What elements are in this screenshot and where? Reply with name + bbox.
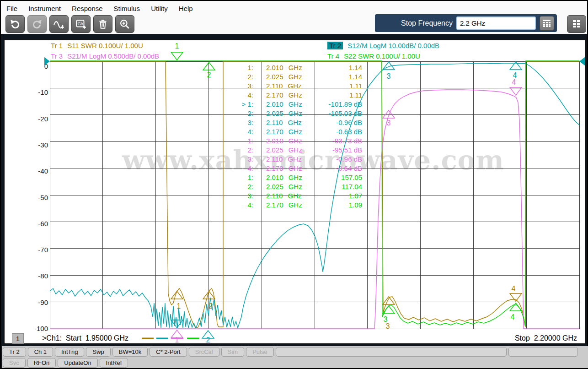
svg-text:Ch: Ch: [77, 21, 83, 26]
layout-grid-icon: [572, 19, 582, 29]
status-button-blank[interactable]: [508, 347, 578, 357]
add-channel-icon: Ch: [75, 18, 87, 30]
zoom-button[interactable]: [115, 15, 134, 33]
marker-number-label: 1: [177, 302, 181, 310]
toolbar: Ch Stop Frequency: [1, 14, 587, 33]
marker-triangle[interactable]: [203, 62, 215, 70]
status-button-c-2-port[interactable]: C* 2-Port: [150, 347, 187, 357]
marker-number-label: 1: [175, 336, 179, 343]
marker-triangle[interactable]: [171, 291, 183, 299]
reference-level-arrow: [44, 57, 50, 65]
marker-number-label: 4: [512, 285, 516, 293]
status-button-svc: Svc: [3, 358, 26, 368]
keypad-icon: [542, 19, 551, 28]
marker-number-label: 3: [387, 72, 391, 80]
status-button-updateon[interactable]: UpdateOn: [58, 358, 97, 368]
trace-plot[interactable]: 12341234234134: [5, 40, 585, 343]
marker-number-label: 2: [207, 71, 211, 79]
status-button-intref[interactable]: IntRef: [100, 358, 128, 368]
status-bar: Tr 2Ch 1IntTrigSwpBW=10kC* 2-PortSrcCalS…: [2, 346, 588, 368]
status-bar-row-2: SvcRFOnUpdateOnIntRef: [3, 358, 128, 368]
marker-number-label: 2: [206, 336, 210, 343]
menu-item-response[interactable]: Response: [72, 5, 103, 12]
marker-number-label: 2: [209, 302, 213, 310]
trace-curve-tr3-s21-logm: [50, 90, 579, 329]
channel-number-badge: 1: [12, 333, 24, 344]
trace-curve-tr1-s11-swr: [50, 62, 579, 328]
marker-number-label: 3: [386, 322, 390, 330]
status-button-blank[interactable]: [276, 347, 507, 357]
status-button-swp[interactable]: Swp: [86, 347, 110, 357]
stop-frequency-label: Stop Frequency: [401, 19, 453, 27]
status-button-sim: Sim: [221, 347, 244, 357]
zoom-icon: [119, 18, 131, 30]
status-button-inttrig[interactable]: IntTrig: [55, 347, 84, 357]
menu-item-file[interactable]: File: [6, 5, 17, 12]
header: FileInstrumentResponseStimulusUtilityHel…: [1, 1, 587, 34]
menu-item-instrument[interactable]: Instrument: [28, 5, 61, 12]
trash-icon: [97, 18, 109, 30]
keypad-button[interactable]: [540, 16, 554, 31]
status-bar-row-1: Tr 2Ch 1IntTrigSwpBW=10kC* 2-PortSrcCalS…: [3, 347, 578, 357]
redo-icon: [31, 18, 43, 30]
status-button-bw-10k[interactable]: BW=10k: [112, 347, 148, 357]
vna-application-window: FileInstrumentResponseStimulusUtilityHel…: [0, 0, 588, 369]
marker-triangle[interactable]: [171, 52, 183, 60]
marker-number-label: 4: [511, 313, 515, 321]
status-button-ch-1[interactable]: Ch 1: [28, 347, 53, 357]
reference-level-arrow: [579, 57, 585, 65]
marker-number-label: 3: [387, 119, 391, 127]
sweep-stop-readout: Stop 2.20000 GHz: [515, 334, 577, 342]
channel-window: www.xahxmicrowave.com Tr 1S11 SWR 0.100U…: [4, 39, 586, 344]
status-button-srccal: SrcCal: [189, 347, 219, 357]
add-trace-icon: [53, 18, 65, 30]
window-layout-button[interactable]: [567, 15, 586, 33]
marker-triangle[interactable]: [510, 293, 522, 301]
menu-item-stimulus[interactable]: Stimulus: [114, 5, 140, 12]
menu-item-help[interactable]: Help: [179, 5, 193, 12]
marker-number-label: 4: [512, 78, 516, 86]
trace-curve-tr4-s22-swr: [50, 61, 579, 326]
status-button-pulse: Pulse: [246, 347, 274, 357]
stop-frequency-panel: Stop Frequency: [375, 14, 557, 32]
menu-item-utility[interactable]: Utility: [151, 5, 168, 12]
marker-triangle[interactable]: [383, 110, 395, 118]
delete-button[interactable]: [93, 15, 112, 33]
undo-button[interactable]: [5, 15, 25, 33]
menu-bar: FileInstrumentResponseStimulusUtilityHel…: [1, 1, 587, 14]
add-channel-button[interactable]: Ch: [71, 15, 91, 33]
sweep-start-readout: >Ch1: Start 1.95000 GHz: [42, 334, 128, 342]
redo-button[interactable]: [27, 15, 47, 33]
marker-triangle[interactable]: [510, 87, 522, 95]
status-button-rfon[interactable]: RFOn: [27, 358, 56, 368]
stop-frequency-input[interactable]: [456, 16, 536, 30]
undo-icon: [9, 18, 21, 30]
marker-number-label: 1: [175, 42, 179, 50]
status-button-tr-2[interactable]: Tr 2: [3, 347, 26, 357]
trace-curve-tr2-s12-logm: [50, 63, 579, 328]
add-trace-button[interactable]: [49, 15, 69, 33]
